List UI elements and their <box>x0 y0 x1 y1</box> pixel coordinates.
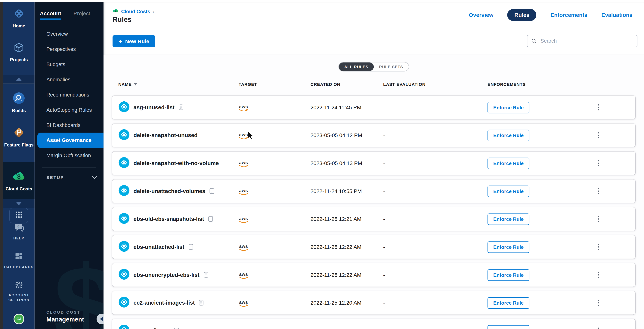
enforce-rule-button[interactable]: Enforce Rule <box>488 102 530 113</box>
new-rule-button[interactable]: + New Rule <box>112 35 155 47</box>
row-menu-kebab-icon[interactable] <box>596 297 602 308</box>
rule-icon <box>118 101 130 114</box>
sidebar-item-budgets[interactable]: Budgets <box>34 57 104 72</box>
created-on-value: 2022-11-25 12:19 AM <box>310 328 383 329</box>
column-header-target: TARGET <box>238 82 310 87</box>
rail-utility-help[interactable]: ? HELP <box>13 223 24 241</box>
sidebar-item-autostopping-rules[interactable]: AutoStopping Rules <box>34 102 104 117</box>
header-tab-rules[interactable]: Rules <box>508 9 536 21</box>
rule-row[interactable]: ebs-old-ebs-snapshots-list aws 2022-11-2… <box>112 207 635 231</box>
note-icon <box>208 216 213 222</box>
plus-icon: + <box>119 37 122 44</box>
new-rule-label: New Rule <box>125 38 149 44</box>
sidebar-item-margin-obfuscation[interactable]: Margin Obfuscation <box>34 148 104 163</box>
rail-module-home[interactable]: Home <box>3 7 34 28</box>
module-picker-button[interactable] <box>10 208 28 223</box>
enforce-rule-button[interactable]: Enforce Rule <box>488 297 530 309</box>
sidebar-item-perspectives[interactable]: Perspectives <box>34 41 104 57</box>
sidebar-item-bi-dashboards[interactable]: BI Dashboards <box>34 117 104 133</box>
row-menu-kebab-icon[interactable] <box>596 242 602 252</box>
column-header-created-on: CREATED ON <box>310 82 383 87</box>
last-evaluation-value: - <box>383 272 488 278</box>
sidebar-item-recommendations[interactable]: Recommendations <box>34 87 104 102</box>
rail-module-projects[interactable]: Projects <box>3 42 34 62</box>
app-viewport: Home Projects Builds Feature Flags $ Clo… <box>0 0 644 329</box>
footer-kicker: CLOUD COST <box>46 310 84 315</box>
chevron-down-icon <box>92 176 97 179</box>
header-tab-evaluations[interactable]: Evaluations <box>601 12 632 18</box>
chevron-up-icon <box>16 78 22 81</box>
aws-target-icon: aws <box>238 188 248 196</box>
rule-row[interactable]: delete-snapshot-unused aws 2023-05-05 04… <box>112 124 635 147</box>
row-menu-kebab-icon[interactable] <box>596 270 602 280</box>
rule-row[interactable]: delete-snapshot-with-no-volume aws 2023-… <box>112 152 635 175</box>
sidebar-collapse-button[interactable] <box>96 314 104 324</box>
enforce-rule-button[interactable]: Enforce Rule <box>488 185 530 197</box>
aws-target-icon: aws <box>238 272 248 280</box>
row-menu-kebab-icon[interactable] <box>596 102 602 113</box>
column-header-name[interactable]: NAME <box>118 82 239 87</box>
toolbar: + New Rule <box>104 28 644 55</box>
enforce-rule-button[interactable]: Enforce Rule <box>488 269 530 281</box>
header-tab-enforcements[interactable]: Enforcements <box>550 12 588 18</box>
secondary-sidebar: $ AccountProject OverviewPerspectivesBud… <box>34 2 104 329</box>
column-header-enforcements: ENFORCEMENTS <box>488 82 595 87</box>
rule-icon <box>118 324 130 329</box>
row-menu-kebab-icon[interactable] <box>596 214 602 224</box>
search-input[interactable] <box>540 38 637 44</box>
rule-row[interactable]: ebs-unattached-list aws 2022-11-25 12:22… <box>112 235 635 259</box>
rail-utility-dashboards[interactable]: DASHBOARDS <box>4 252 34 270</box>
rule-row[interactable]: asg-unused-list aws 2022-11-24 11:45 PM … <box>112 96 635 119</box>
page-title: Rules <box>112 15 132 24</box>
sidebar-item-overview[interactable]: Overview <box>34 26 104 41</box>
last-evaluation-value: - <box>383 160 488 166</box>
rail-utility-account-settings[interactable]: ACCOUNT SETTINGS <box>6 280 32 303</box>
row-menu-kebab-icon[interactable] <box>596 158 602 169</box>
svg-text:$: $ <box>17 173 20 180</box>
row-menu-kebab-icon[interactable] <box>596 325 602 329</box>
rule-row[interactable]: delete-unattached-volumes aws 2022-11-24… <box>112 179 635 203</box>
rule-name: ec2-attributes <box>134 328 170 329</box>
sidebar-item-asset-governance[interactable]: Asset Governance <box>38 133 104 148</box>
aws-target-icon: aws <box>238 216 248 224</box>
created-on-value: 2022-11-24 11:45 PM <box>310 104 383 110</box>
row-menu-kebab-icon[interactable] <box>596 130 602 141</box>
rule-icon <box>118 240 130 254</box>
rule-icon <box>118 157 130 170</box>
sidebar-tab-project[interactable]: Project <box>74 10 90 20</box>
sidebar-tab-account[interactable]: Account <box>40 10 61 20</box>
rail-module-cloud-costs[interactable]: $ Cloud Costs <box>3 169 34 192</box>
rail-scroll-up[interactable] <box>3 75 34 84</box>
toggle-option-all-rules[interactable]: ALL RULES <box>339 62 374 71</box>
grid-icon <box>15 211 22 220</box>
rule-row[interactable]: ec2-attributes aws 2022-11-25 12:19 AM -… <box>112 319 635 329</box>
breadcrumb-link[interactable]: Cloud Costs <box>121 8 150 14</box>
setup-section-toggle[interactable]: SETUP <box>34 172 104 182</box>
rule-row[interactable]: ebs-unencrypted-ebs-list aws 2022-11-25 … <box>112 263 635 287</box>
enforce-rule-button[interactable]: Enforce Rule <box>488 213 530 225</box>
rail-module-feature-flags[interactable]: Feature Flags <box>3 126 34 148</box>
rule-icon <box>118 129 130 142</box>
enforce-rule-button[interactable]: Enforce Rule <box>488 325 530 329</box>
toggle-option-rule-sets[interactable]: RULE SETS <box>374 62 408 71</box>
rules-content: ALL RULESRULE SETS NAME TARGET CREATED O… <box>104 55 644 329</box>
enforce-rule-button[interactable]: Enforce Rule <box>488 241 530 253</box>
rail-module-builds[interactable]: Builds <box>3 92 34 113</box>
sidebar-footer: CLOUD COST Management <box>46 310 84 323</box>
sidebar-item-anomalies[interactable]: Anomalies <box>34 72 104 87</box>
rail-scroll-down[interactable] <box>3 199 34 208</box>
header-tab-overview[interactable]: Overview <box>469 12 493 18</box>
rule-row[interactable]: ec2-ancient-images-list aws 2022-11-25 1… <box>112 291 635 315</box>
last-evaluation-value: - <box>383 300 488 306</box>
main-panel: $ Cloud Costs › Rules OverviewRulesEnfor… <box>104 2 644 329</box>
created-on-value: 2022-11-25 12:21 AM <box>310 216 383 222</box>
rule-name: ec2-ancient-images-list <box>134 300 195 306</box>
row-menu-kebab-icon[interactable] <box>596 186 602 197</box>
table-header: NAME TARGET CREATED ON LAST EVALUATION E… <box>112 80 635 89</box>
enforce-rule-button[interactable]: Enforce Rule <box>488 157 530 169</box>
rule-name: delete-unattached-volumes <box>134 188 205 194</box>
user-avatar[interactable]: CJ <box>14 314 24 324</box>
enforce-rule-button[interactable]: Enforce Rule <box>488 130 530 141</box>
module-rail: Home Projects Builds Feature Flags $ Clo… <box>3 2 34 329</box>
aws-target-icon: aws <box>238 300 248 308</box>
